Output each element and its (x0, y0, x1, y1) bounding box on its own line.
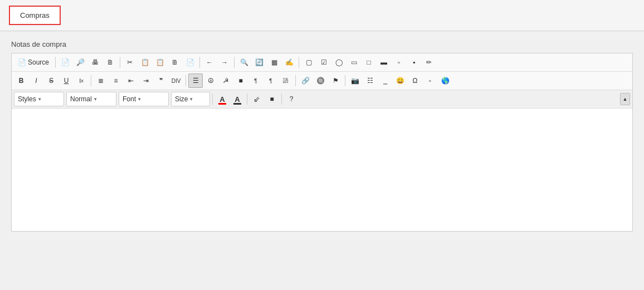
format-label: Normal (70, 95, 92, 103)
source-button[interactable]: 📄 Source (14, 55, 53, 70)
separator-12 (281, 94, 282, 105)
redo-button[interactable]: → (217, 55, 232, 70)
spellcheck-button[interactable]: ✍ (282, 55, 296, 70)
copy-button[interactable]: 📋 (138, 55, 152, 70)
radio-button[interactable]: ◯ (331, 55, 346, 70)
numbered-list-button[interactable]: ≣ (94, 73, 108, 88)
rtl-button[interactable]: ¶ (264, 73, 278, 88)
separator-9 (345, 75, 345, 86)
hr-button[interactable]: ⎯ (378, 73, 392, 88)
editor-wrapper: 📄 Source 📄 🔎 🖶 🗎 ✂ 📋 📋 🗎 📄 ← → 🔍 🔄 (11, 53, 633, 232)
anchor-button[interactable]: ⚑ (328, 73, 343, 88)
format-dropdown[interactable]: Normal ▾ (66, 92, 116, 106)
removeformat-button[interactable]: Ix (74, 73, 89, 88)
toolbar-row-1: 📄 Source 📄 🔎 🖶 🗎 ✂ 📋 📋 🗎 📄 ← → 🔍 🔄 (12, 53, 632, 72)
separator-3 (199, 57, 200, 68)
align-center-button[interactable]: ☮ (203, 73, 218, 88)
help-button[interactable]: ? (284, 92, 299, 106)
separator-7 (186, 75, 186, 86)
align-right-button[interactable]: ☭ (218, 73, 233, 88)
ltr-button[interactable]: ¶ (248, 73, 263, 88)
language-button[interactable]: 語 (279, 73, 293, 88)
cut-button[interactable]: ✂ (123, 55, 137, 70)
toolbar-row-3: Styles ▾ Normal ▾ Font ▾ Size ▾ A (12, 90, 632, 109)
editor-area[interactable] (12, 109, 632, 231)
separator-8 (295, 75, 296, 86)
font-arrow: ▾ (138, 96, 141, 102)
size-dropdown[interactable]: Size ▾ (171, 92, 210, 106)
separator-1 (55, 57, 56, 68)
styles-arrow: ▾ (38, 96, 41, 102)
button-button[interactable]: ▬ (377, 55, 391, 70)
align-left-button[interactable]: ☰ (188, 73, 203, 88)
paste-button[interactable]: 📋 (153, 55, 167, 70)
hidden-button[interactable]: ▪ (407, 55, 421, 70)
show-blocks-button[interactable]: ■ (265, 92, 279, 106)
top-bar: Compras (0, 0, 644, 31)
extra-button[interactable]: ✏ (422, 55, 436, 70)
smiley-button[interactable]: 😀 (393, 73, 407, 88)
source-icon: 📄 (18, 58, 26, 66)
maximize-button[interactable]: ⇙ (250, 92, 264, 106)
format-arrow: ▾ (94, 96, 97, 102)
select-all-button[interactable]: ▦ (267, 55, 281, 70)
bold-button[interactable]: B (14, 73, 28, 88)
link-button[interactable]: 🔗 (298, 73, 313, 88)
italic-button[interactable]: I (29, 73, 43, 88)
paste-word-button[interactable]: 📄 (183, 55, 197, 70)
page-content: Notas de compra 📄 Source 📄 🔎 🖶 🗎 ✂ 📋 📋 🗎… (0, 31, 644, 290)
size-arrow: ▾ (190, 96, 193, 102)
blockquote-button[interactable]: ❞ (154, 73, 168, 88)
image-button[interactable]: 📷 (348, 73, 362, 88)
separator-2 (120, 57, 120, 68)
embed-button[interactable]: 🌎 (438, 73, 452, 88)
collapse-button[interactable]: ▲ (620, 93, 630, 105)
checkbox-button[interactable]: ☑ (316, 55, 331, 70)
print-button[interactable]: 🖶 (88, 55, 103, 70)
separator-5 (299, 57, 299, 68)
paste-text-button[interactable]: 🗎 (168, 55, 182, 70)
preview-button[interactable]: 🔎 (73, 55, 87, 70)
separator-6 (91, 75, 91, 86)
image-button-btn[interactable]: ▫ (392, 55, 406, 70)
outdent-button[interactable]: ⇤ (124, 73, 138, 88)
styles-label: Styles (18, 95, 36, 103)
section-title: Notas de compra (11, 40, 633, 48)
text-field-button[interactable]: ▭ (347, 55, 361, 70)
special-char-button[interactable]: Ω (408, 73, 422, 88)
size-label: Size (175, 95, 188, 103)
table-button[interactable]: ☷ (363, 73, 377, 88)
new-doc-button[interactable]: 📄 (58, 55, 72, 70)
font-dropdown[interactable]: Font ▾ (119, 92, 169, 106)
source-label: Source (28, 58, 49, 66)
templates-button[interactable]: 🗎 (103, 55, 118, 70)
font-label: Font (123, 95, 136, 103)
compras-tab[interactable]: Compras (9, 6, 61, 25)
undo-button[interactable]: ← (202, 55, 217, 70)
unlink-button[interactable]: 🔘 (313, 73, 328, 88)
find-button[interactable]: 🔍 (237, 55, 251, 70)
underline-button[interactable]: U (59, 73, 74, 88)
iframe-button[interactable]: ▫ (423, 73, 437, 88)
replace-button[interactable]: 🔄 (252, 55, 266, 70)
toolbar-row-2: B I S U Ix ≣ ≡ ⇤ ⇥ ❞ DIV ☰ ☮ ☭ ■ ¶ ¶ 語 🔗… (12, 72, 632, 90)
bulleted-list-button[interactable]: ≡ (109, 73, 123, 88)
separator-10 (212, 94, 213, 105)
bg-color-button[interactable]: A (230, 92, 245, 106)
bg-color-underline (233, 103, 241, 105)
styles-dropdown[interactable]: Styles ▾ (14, 92, 64, 106)
align-justify-button[interactable]: ■ (233, 73, 248, 88)
form-button[interactable]: ▢ (301, 55, 316, 70)
select-button[interactable]: □ (362, 55, 376, 70)
divider-button[interactable]: DIV (169, 73, 183, 88)
separator-11 (247, 94, 247, 105)
font-color-underline (218, 103, 226, 105)
separator-4 (234, 57, 235, 68)
row3-right: ▲ (620, 93, 630, 105)
font-color-button[interactable]: A (215, 92, 230, 106)
strikethrough-button[interactable]: S (44, 73, 58, 88)
indent-button[interactable]: ⇥ (139, 73, 153, 88)
